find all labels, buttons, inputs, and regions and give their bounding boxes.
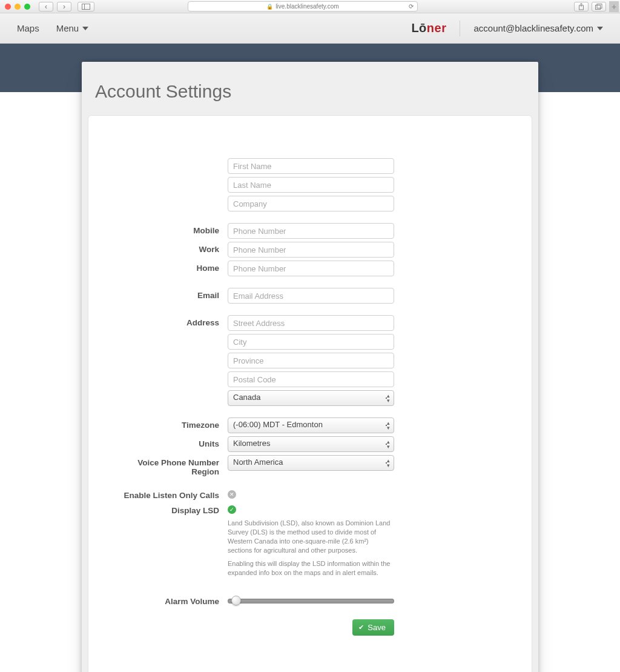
units-select-value: Kilometres bbox=[233, 439, 270, 448]
save-button-label: Save bbox=[368, 623, 386, 632]
address-bar-url: live.blacklinesafety.com bbox=[275, 3, 338, 10]
voice-region-select-value: North America bbox=[233, 457, 283, 467]
voice-region-label-line2: Region bbox=[191, 467, 219, 476]
account-email: account@blacklinesafety.com bbox=[473, 23, 593, 33]
lsd-help-p2: Enabling this will display the LSD infor… bbox=[228, 559, 394, 577]
window-zoom-icon[interactable] bbox=[24, 4, 30, 10]
settings-form: Mobile Work Home Email Address bbox=[88, 115, 532, 672]
home-phone-input[interactable] bbox=[228, 261, 394, 276]
units-label: Units bbox=[119, 436, 228, 448]
svg-rect-0 bbox=[82, 4, 90, 9]
new-tab-button[interactable]: + bbox=[609, 1, 619, 12]
email-input[interactable] bbox=[228, 288, 394, 304]
account-menu[interactable]: account@blacklinesafety.com bbox=[473, 23, 603, 33]
mobile-phone-input[interactable] bbox=[228, 223, 394, 239]
slider-thumb[interactable] bbox=[231, 596, 241, 605]
listen-only-toggle[interactable]: ✕ bbox=[228, 490, 236, 499]
window-traffic-lights bbox=[0, 4, 30, 10]
units-select[interactable]: Kilometres ▴▾ bbox=[228, 436, 394, 452]
work-label: Work bbox=[119, 242, 228, 254]
home-label: Home bbox=[119, 261, 228, 273]
work-phone-input[interactable] bbox=[228, 242, 394, 258]
settings-card: Account Settings Mobile Work Hom bbox=[82, 62, 538, 672]
share-button[interactable] bbox=[574, 2, 589, 12]
street-input[interactable] bbox=[228, 315, 394, 331]
timezone-select-value: (-06:00) MDT - Edmonton bbox=[233, 420, 323, 429]
voice-region-label-line1: Voice Phone Number bbox=[137, 458, 219, 467]
select-chevrons-icon: ▴▾ bbox=[387, 439, 390, 449]
address-bar[interactable]: 🔒 live.blacklinesafety.com ⟳ bbox=[188, 1, 418, 12]
province-input[interactable] bbox=[228, 353, 394, 368]
alarm-volume-slider[interactable] bbox=[228, 599, 394, 604]
svg-rect-4 bbox=[596, 5, 601, 10]
display-lsd-label: Display LSD bbox=[119, 503, 228, 515]
tabs-button[interactable] bbox=[592, 2, 606, 12]
nav-maps[interactable]: Maps bbox=[17, 23, 39, 33]
city-input[interactable] bbox=[228, 334, 394, 350]
save-button[interactable]: ✔ Save bbox=[352, 619, 394, 636]
address-label: Address bbox=[119, 315, 228, 327]
select-chevrons-icon: ▴▾ bbox=[387, 421, 390, 430]
country-select-value: Canada bbox=[233, 393, 261, 402]
select-chevrons-icon: ▴▾ bbox=[387, 458, 390, 468]
logo-part2: ner bbox=[427, 21, 447, 35]
page-title: Account Settings bbox=[95, 81, 532, 102]
nav-menu[interactable]: Menu bbox=[56, 23, 89, 33]
lsd-help-text: Land Subdivision (LSD), also known as Do… bbox=[228, 519, 394, 577]
company-input[interactable] bbox=[228, 196, 394, 211]
app-header: Maps Menu Lōner account@blacklinesafety.… bbox=[0, 13, 620, 44]
check-icon: ✔ bbox=[358, 624, 364, 631]
lock-icon: 🔒 bbox=[266, 4, 273, 10]
country-select[interactable]: Canada ▴▾ bbox=[228, 390, 394, 406]
sidebar-toggle-button[interactable] bbox=[78, 2, 94, 12]
chevron-down-icon bbox=[82, 27, 88, 30]
browser-chrome: ‹ › 🔒 live.blacklinesafety.com ⟳ + bbox=[0, 0, 620, 13]
divider bbox=[460, 21, 460, 36]
listen-only-label: Enable Listen Only Calls bbox=[119, 488, 228, 500]
lsd-help-p1: Land Subdivision (LSD), also known as Do… bbox=[228, 519, 394, 554]
timezone-label: Timezone bbox=[119, 418, 228, 430]
mobile-label: Mobile bbox=[119, 223, 228, 235]
first-name-input[interactable] bbox=[228, 158, 394, 174]
email-label: Email bbox=[119, 288, 228, 300]
window-close-icon[interactable] bbox=[5, 4, 11, 10]
check-icon: ✓ bbox=[229, 507, 234, 513]
logo-part1: Lō bbox=[411, 21, 426, 35]
timezone-select[interactable]: (-06:00) MDT - Edmonton ▴▾ bbox=[228, 418, 394, 433]
voice-region-select[interactable]: North America ▴▾ bbox=[228, 455, 394, 471]
last-name-input[interactable] bbox=[228, 177, 394, 193]
postal-input[interactable] bbox=[228, 371, 394, 387]
display-lsd-toggle[interactable]: ✓ bbox=[228, 505, 236, 514]
svg-rect-5 bbox=[597, 4, 602, 8]
alarm-volume-label: Alarm Volume bbox=[119, 594, 228, 606]
brand-logo: Lōner bbox=[411, 21, 446, 35]
reload-icon[interactable]: ⟳ bbox=[409, 3, 414, 10]
chevron-down-icon bbox=[597, 27, 603, 30]
voice-region-label: Voice Phone Number Region bbox=[119, 455, 228, 476]
nav-forward-button[interactable]: › bbox=[57, 2, 71, 12]
nav-back-button[interactable]: ‹ bbox=[39, 2, 53, 12]
window-minimize-icon[interactable] bbox=[15, 4, 21, 10]
x-icon: ✕ bbox=[229, 491, 234, 497]
nav-menu-label: Menu bbox=[56, 23, 79, 33]
select-chevrons-icon: ▴▾ bbox=[387, 393, 390, 403]
nav-maps-label: Maps bbox=[17, 23, 39, 33]
